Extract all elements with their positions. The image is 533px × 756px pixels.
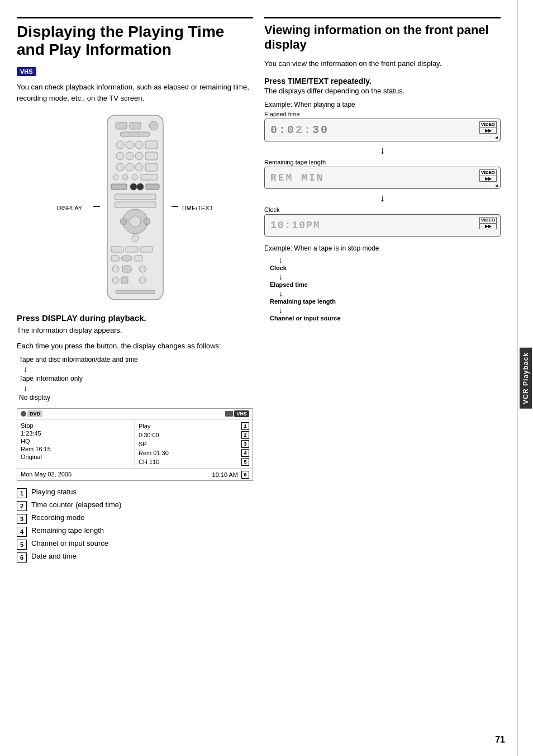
clock-label: Clock: [264, 206, 501, 213]
badge-5: 5: [241, 458, 249, 466]
svg-point-43: [139, 277, 146, 284]
flow-arrow-clock: ↓: [279, 272, 501, 281]
svg-point-40: [139, 266, 146, 272]
stop-mode-section: Example: When a tape is in stop mode ↓ C…: [264, 244, 501, 322]
left-row-0: Stop: [21, 422, 131, 429]
svg-rect-37: [135, 256, 142, 261]
svg-rect-39: [122, 266, 131, 272]
display-arrow-1: ↓: [264, 145, 501, 157]
svg-rect-26: [115, 202, 156, 207]
info-display-footer: Mon May 02, 2005 10:10 AM 6: [17, 469, 253, 480]
clock-digits: 10:10PM: [270, 220, 321, 231]
press-display-section: Press DISPLAY during playback. The infor…: [17, 313, 253, 401]
page-title: Displaying the Playing Time and Play Inf…: [17, 17, 253, 59]
stop-flow-elapsed: Elapsed time: [270, 281, 501, 288]
num-4: 4: [17, 527, 27, 537]
svg-rect-4: [120, 132, 150, 136]
svg-rect-12: [145, 152, 158, 160]
svg-point-23: [137, 183, 144, 190]
arrow-indicator-1: ◄: [494, 135, 499, 140]
info-display: DVD VHS Stop 1:23:45 HQ Rem 16:15: [17, 408, 253, 481]
right-section-title: Viewing information on the front panel d…: [264, 17, 501, 53]
left-row-1: 1:23:45: [21, 429, 131, 437]
left-column: Displaying the Playing Time and Play Inf…: [17, 17, 253, 565]
svg-point-18: [122, 174, 128, 180]
left-row-3: Rem 16:15: [21, 445, 131, 453]
right-column: Viewing information on the front panel d…: [264, 17, 501, 565]
svg-rect-33: [126, 247, 138, 252]
svg-point-19: [132, 174, 137, 180]
svg-rect-1: [116, 122, 127, 129]
label-6: Date and time: [31, 552, 77, 560]
info-display-header: DVD VHS: [17, 409, 253, 419]
arrow-indicator-2: ◄: [494, 183, 499, 188]
num-6: 6: [17, 552, 27, 563]
disc-icon: [21, 411, 26, 417]
svg-point-41: [112, 277, 119, 284]
label-5: Channel or input source: [31, 539, 108, 547]
label-4: Remaining tape length: [31, 526, 104, 535]
svg-point-30: [144, 218, 150, 225]
time-text-line: [172, 206, 178, 207]
flow-arrow-2: ↓: [19, 384, 253, 393]
svg-rect-25: [115, 194, 156, 200]
page-number: 71: [495, 735, 505, 745]
svg-rect-16: [145, 163, 158, 171]
flow-item-1: Tape and disc information/date and time: [19, 356, 253, 363]
badge-6: 6: [241, 471, 249, 479]
svg-point-5: [116, 141, 124, 149]
list-item-6: 6 Date and time: [17, 552, 253, 563]
badge-1: 1: [241, 422, 249, 430]
svg-point-11: [135, 152, 143, 160]
svg-point-28: [130, 216, 141, 227]
remaining-digits: REM MIN: [270, 172, 325, 183]
list-item-4: 4 Remaining tape length: [17, 526, 253, 537]
svg-point-14: [126, 163, 134, 171]
svg-rect-36: [121, 256, 132, 261]
list-item-1: 1 Playing status: [17, 488, 253, 498]
right-row-4: CH 110 5: [139, 457, 249, 466]
sub-heading: Press TIME/TEXT repeatedly.: [264, 77, 501, 86]
svg-point-29: [120, 218, 127, 225]
flow-clock: ↓: [279, 256, 501, 264]
badge-4: 4: [241, 449, 249, 457]
svg-point-13: [116, 163, 124, 171]
list-item-3: 3 Recording mode: [17, 513, 253, 524]
flow-item-2: Tape information only: [19, 375, 253, 382]
remote-svg: [99, 112, 172, 303]
remote-wrapper: DISPLAY TIME/TEXT: [99, 112, 172, 304]
svg-rect-35: [111, 256, 119, 261]
info-left: Stop 1:23:45 HQ Rem 16:15 Original: [17, 419, 135, 469]
right-row-3: Rem 01:30 4: [139, 448, 249, 457]
clock-screen: 10:10PM VIDEO ▶▶: [264, 214, 501, 237]
svg-point-9: [116, 152, 124, 160]
left-row-4: Original: [21, 453, 131, 461]
press-display-text1: The information display appears.: [17, 325, 253, 336]
remaining-label: Remaining tape length: [264, 159, 501, 166]
svg-rect-34: [140, 247, 153, 252]
right-row-0: Play 1: [139, 422, 249, 431]
left-row-2: HQ: [21, 437, 131, 445]
info-right: Play 1 0:30:00 2 SP 3: [135, 419, 253, 469]
svg-point-31: [132, 235, 139, 242]
svg-point-38: [112, 266, 119, 272]
footer-time-area: 10:10 AM 6: [212, 471, 249, 479]
video-badge-2: VIDEO ▶▶: [479, 169, 497, 182]
badge-2: 2: [241, 431, 249, 439]
sub-text: The displays differ depending on the sta…: [264, 87, 501, 95]
stop-flow-remaining: Remaining tape length: [270, 298, 501, 305]
svg-point-10: [126, 152, 134, 160]
remote-container: DISPLAY TIME/TEXT: [17, 112, 253, 304]
press-display-text2: Each time you press the button, the disp…: [17, 341, 253, 352]
badge-3: 3: [241, 440, 249, 448]
flow-arrow-remaining: ↓: [279, 306, 501, 315]
right-tab: VCR Playback: [517, 0, 533, 756]
svg-rect-42: [121, 277, 128, 284]
svg-rect-20: [141, 174, 158, 180]
stop-flow-clock: Clock: [270, 264, 501, 271]
elapsed-label: Elapsed time: [264, 111, 501, 117]
num-2: 2: [17, 501, 27, 511]
svg-point-17: [113, 174, 118, 180]
dvd-badge: DVD: [27, 410, 42, 417]
display-arrow-2: ↓: [264, 192, 501, 204]
